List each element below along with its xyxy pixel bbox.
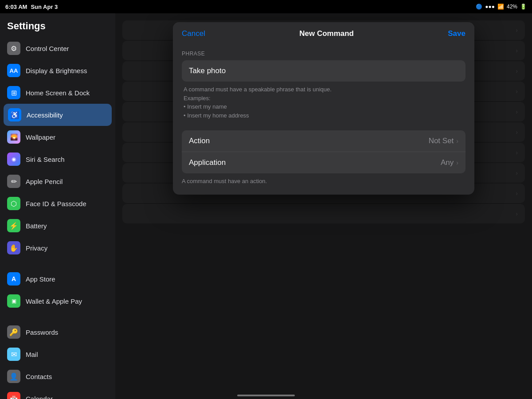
sidebar-item-siri-search[interactable]: ◉ Siri & Search	[0, 148, 115, 170]
home-screen-icon: ⊞	[7, 86, 20, 99]
home-indicator	[237, 395, 295, 396]
wallet-icon: ▣	[7, 294, 20, 308]
sidebar-label-contacts: Contacts	[26, 373, 52, 380]
date-display: Sun Apr 3	[31, 4, 58, 10]
sidebar-item-passwords[interactable]: 🔑 Passwords	[0, 321, 115, 343]
action-label: Action	[189, 137, 210, 145]
sidebar-item-battery[interactable]: ⚡ Battery	[0, 215, 115, 237]
new-command-modal: Cancel New Command Save PHRASE A command…	[173, 22, 474, 195]
contacts-icon: 👤	[7, 370, 20, 383]
sidebar-item-wallpaper[interactable]: 🌄 Wallpaper	[0, 126, 115, 148]
save-button[interactable]: Save	[448, 29, 466, 38]
sidebar-label-calendar: Calendar	[26, 395, 53, 399]
accessibility-icon: ♿	[8, 108, 21, 121]
apple-pencil-icon: ✏	[7, 175, 20, 188]
action-chevron-icon: ›	[456, 137, 458, 145]
sidebar-label-privacy: Privacy	[26, 244, 47, 252]
signal-bars: ●●●	[485, 4, 495, 10]
application-value: Any	[441, 158, 454, 167]
application-value-group: Any ›	[441, 158, 458, 167]
sidebar-label-wallpaper: Wallpaper	[26, 133, 55, 141]
sidebar-item-contacts[interactable]: 👤 Contacts	[0, 365, 115, 387]
sidebar-item-display-brightness[interactable]: AA Display & Brightness	[0, 59, 115, 82]
phrase-hint: A command must have a speakable phrase t…	[182, 85, 466, 120]
main-content: › › › › › › › › › › Cancel New Command S…	[115, 13, 532, 399]
sidebar-item-privacy[interactable]: ✋ Privacy	[0, 237, 115, 259]
privacy-icon: ✋	[7, 241, 20, 254]
sidebar-label-home-screen: Home Screen & Dock	[26, 89, 90, 97]
sidebar: Settings ⚙ Control Center AA Display & B…	[0, 13, 115, 399]
control-center-icon: ⚙	[7, 42, 20, 55]
main-layout: Settings ⚙ Control Center AA Display & B…	[0, 13, 532, 399]
app-store-icon: A	[7, 272, 20, 286]
action-value-group: Not Set ›	[429, 137, 458, 145]
sidebar-item-home-screen[interactable]: ⊞ Home Screen & Dock	[0, 82, 115, 104]
wifi-icon: 📶	[497, 4, 504, 10]
sidebar-gap-2	[0, 312, 115, 321]
face-id-icon: ⬡	[7, 197, 20, 210]
bluetooth-icon: 🔵	[476, 4, 482, 10]
sidebar-title: Settings	[0, 17, 115, 37]
sidebar-label-display-brightness: Display & Brightness	[26, 67, 87, 74]
sidebar-item-apple-pencil[interactable]: ✏ Apple Pencil	[0, 170, 115, 192]
application-row[interactable]: Application Any ›	[182, 152, 466, 173]
display-brightness-icon: AA	[7, 64, 20, 77]
phrase-input-row[interactable]	[182, 60, 466, 82]
phrase-example-2: • Insert my home address	[184, 112, 249, 119]
phrase-example-1: • Insert my name	[184, 103, 227, 110]
sidebar-label-mail: Mail	[26, 351, 38, 358]
siri-icon: ◉	[7, 153, 20, 166]
sidebar-item-calendar[interactable]: 📅 Calendar	[0, 387, 115, 399]
modal-title: New Command	[299, 29, 354, 38]
sidebar-label-siri-search: Siri & Search	[26, 156, 65, 163]
sidebar-label-accessibility: Accessibility	[27, 111, 63, 119]
phrase-examples-label: Examples:	[184, 95, 211, 102]
battery-sidebar-icon: ⚡	[7, 219, 20, 232]
passwords-icon: 🔑	[7, 325, 20, 339]
application-label: Application	[189, 158, 226, 167]
sidebar-item-app-store[interactable]: A App Store	[0, 268, 115, 290]
battery-icon: 🔋	[520, 4, 527, 10]
action-hint-text: A command must have an action.	[182, 178, 267, 184]
cancel-button[interactable]: Cancel	[182, 29, 205, 38]
status-left: 6:03 AM Sun Apr 3	[5, 4, 58, 10]
phrase-label: PHRASE	[182, 51, 466, 57]
status-bar: 6:03 AM Sun Apr 3 🔵 ●●● 📶 42% 🔋	[0, 0, 532, 13]
action-row[interactable]: Action Not Set ›	[182, 130, 466, 152]
sidebar-label-face-id: Face ID & Passcode	[26, 200, 86, 207]
calendar-icon: 📅	[7, 392, 20, 399]
sidebar-item-accessibility[interactable]: ♿ Accessibility	[4, 104, 112, 126]
phrase-hint-text: A command must have a speakable phrase t…	[184, 86, 332, 93]
sidebar-item-wallet[interactable]: ▣ Wallet & Apple Pay	[0, 290, 115, 312]
modal-body: PHRASE A command must have a speakable p…	[173, 45, 474, 195]
battery-display: 42%	[507, 4, 517, 10]
sidebar-gap-1	[0, 259, 115, 268]
modal-overlay[interactable]: Cancel New Command Save PHRASE A command…	[115, 13, 532, 399]
sidebar-item-face-id[interactable]: ⬡ Face ID & Passcode	[0, 192, 115, 215]
modal-header: Cancel New Command Save	[173, 22, 474, 45]
sidebar-label-battery: Battery	[26, 222, 47, 230]
sidebar-label-passwords: Passwords	[26, 329, 58, 336]
sidebar-item-control-center[interactable]: ⚙ Control Center	[0, 37, 115, 59]
phrase-section: PHRASE A command must have a speakable p…	[173, 45, 474, 123]
status-right: 🔵 ●●● 📶 42% 🔋	[476, 4, 527, 10]
sidebar-label-wallet: Wallet & Apple Pay	[26, 297, 82, 305]
application-chevron-icon: ›	[456, 159, 458, 166]
wallpaper-icon: 🌄	[7, 130, 20, 144]
sidebar-label-control-center: Control Center	[26, 45, 69, 52]
sidebar-label-app-store: App Store	[26, 275, 55, 283]
time-display: 6:03 AM	[5, 4, 27, 10]
sidebar-item-mail[interactable]: ✉ Mail	[0, 343, 115, 365]
action-hint: A command must have an action.	[173, 173, 474, 186]
action-application-section: Action Not Set › Application Any ›	[182, 130, 466, 173]
phrase-input[interactable]	[189, 66, 458, 75]
action-value: Not Set	[429, 137, 454, 145]
mail-icon: ✉	[7, 348, 20, 361]
sidebar-label-apple-pencil: Apple Pencil	[26, 178, 63, 185]
